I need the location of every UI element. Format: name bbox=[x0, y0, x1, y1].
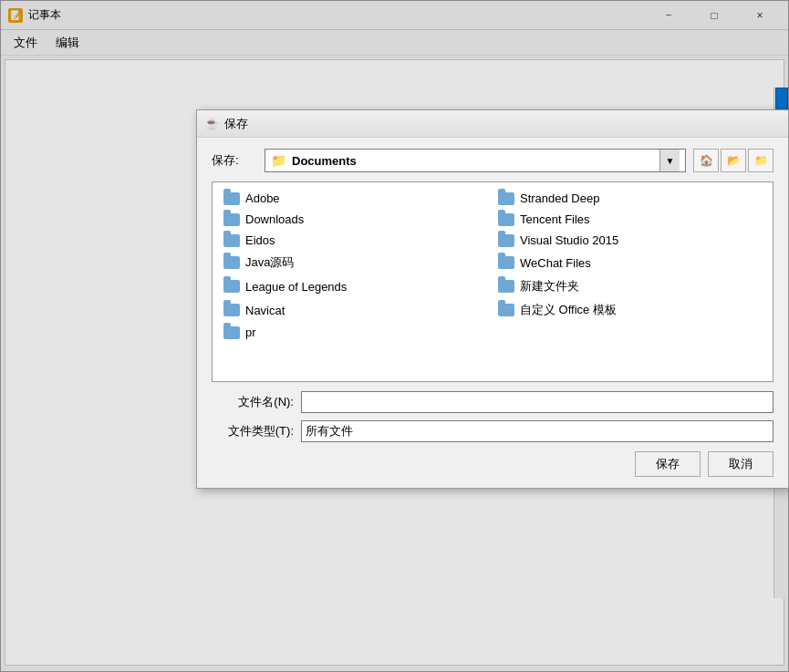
folder-name: Navicat bbox=[245, 304, 285, 317]
save-button[interactable]: 保存 bbox=[635, 451, 701, 477]
filetype-row: 文件类型(T): 所有文件 bbox=[212, 420, 773, 442]
folder-icon bbox=[498, 234, 514, 247]
list-item[interactable]: 新建文件夹 bbox=[493, 274, 767, 298]
action-row: 保存 取消 bbox=[212, 451, 773, 477]
filename-row: 文件名(N): bbox=[212, 391, 773, 413]
filetype-value: 所有文件 bbox=[306, 423, 353, 439]
folder-name: 新建文件夹 bbox=[520, 278, 579, 295]
location-folder-icon: 📁 bbox=[271, 153, 286, 168]
folder-icon bbox=[223, 326, 240, 339]
cancel-button[interactable]: 取消 bbox=[708, 451, 773, 477]
location-text: Documents bbox=[292, 154, 654, 168]
dialog-java-icon: ☕ bbox=[204, 117, 219, 131]
save-dialog: ☕ 保存 保存: 📁 Documents ▼ 🏠 📂 📁 Adobe bbox=[196, 109, 789, 489]
save-location-row: 保存: 📁 Documents ▼ 🏠 📂 📁 bbox=[212, 149, 773, 172]
folder-icon bbox=[223, 192, 240, 205]
toolbar-folder-button[interactable]: 📂 bbox=[721, 149, 746, 172]
dialog-title: 保存 bbox=[224, 116, 781, 132]
folder-name: Tencent Files bbox=[520, 212, 590, 226]
folder-icon bbox=[223, 280, 240, 293]
list-item[interactable]: Tencent Files bbox=[493, 209, 767, 230]
filetype-select[interactable]: 所有文件 bbox=[301, 420, 773, 442]
toolbar-home-button[interactable]: 🏠 bbox=[693, 149, 719, 172]
list-item[interactable]: Eidos bbox=[218, 230, 493, 251]
filename-label: 文件名(N): bbox=[212, 394, 294, 410]
location-dropdown[interactable]: 📁 Documents ▼ bbox=[265, 149, 686, 172]
folder-icon bbox=[498, 192, 514, 205]
folder-name: Stranded Deep bbox=[520, 191, 599, 205]
list-item[interactable]: 自定义 Office 模板 bbox=[493, 298, 767, 322]
file-list-area: Adobe Stranded Deep Downloads Tencent Fi… bbox=[212, 181, 773, 382]
folder-name: pr bbox=[245, 326, 256, 339]
list-item[interactable]: Adobe bbox=[218, 188, 493, 209]
filetype-label: 文件类型(T): bbox=[212, 423, 294, 439]
folder-name: League of Legends bbox=[245, 280, 347, 294]
filename-input[interactable] bbox=[301, 391, 773, 413]
toolbar-buttons: 🏠 📂 📁 bbox=[693, 149, 773, 172]
folder-name: Java源码 bbox=[245, 254, 294, 271]
list-item[interactable]: League of Legends bbox=[218, 274, 493, 298]
dropdown-arrow[interactable]: ▼ bbox=[659, 150, 680, 171]
toolbar-new-folder-button[interactable]: 📁 bbox=[748, 149, 773, 172]
list-item[interactable]: WeChat Files bbox=[493, 251, 767, 274]
folder-icon bbox=[223, 304, 240, 316]
folder-name: Eidos bbox=[245, 233, 275, 247]
folder-icon bbox=[223, 213, 240, 226]
list-item[interactable]: Stranded Deep bbox=[493, 188, 767, 209]
folder-icon bbox=[223, 234, 240, 247]
list-item[interactable]: Downloads bbox=[218, 209, 493, 230]
folder-name: Adobe bbox=[245, 191, 280, 205]
list-item[interactable]: Java源码 bbox=[218, 251, 493, 274]
folder-name: Downloads bbox=[245, 212, 304, 226]
folder-name: 自定义 Office 模板 bbox=[520, 302, 617, 318]
list-item[interactable]: Visual Studio 2015 bbox=[493, 230, 767, 251]
folder-icon bbox=[498, 280, 514, 293]
list-item[interactable]: Navicat bbox=[218, 298, 493, 322]
dialog-body: 保存: 📁 Documents ▼ 🏠 📂 📁 Adobe Stranded D… bbox=[197, 138, 788, 488]
save-label: 保存: bbox=[212, 152, 257, 169]
folder-icon bbox=[498, 304, 514, 316]
dialog-titlebar: ☕ 保存 bbox=[197, 110, 788, 138]
folder-name: WeChat Files bbox=[520, 256, 591, 270]
folder-icon bbox=[498, 256, 514, 269]
list-item[interactable]: pr bbox=[218, 322, 493, 343]
folder-icon bbox=[223, 256, 240, 269]
folder-name: Visual Studio 2015 bbox=[520, 233, 618, 247]
folder-icon bbox=[498, 213, 514, 226]
